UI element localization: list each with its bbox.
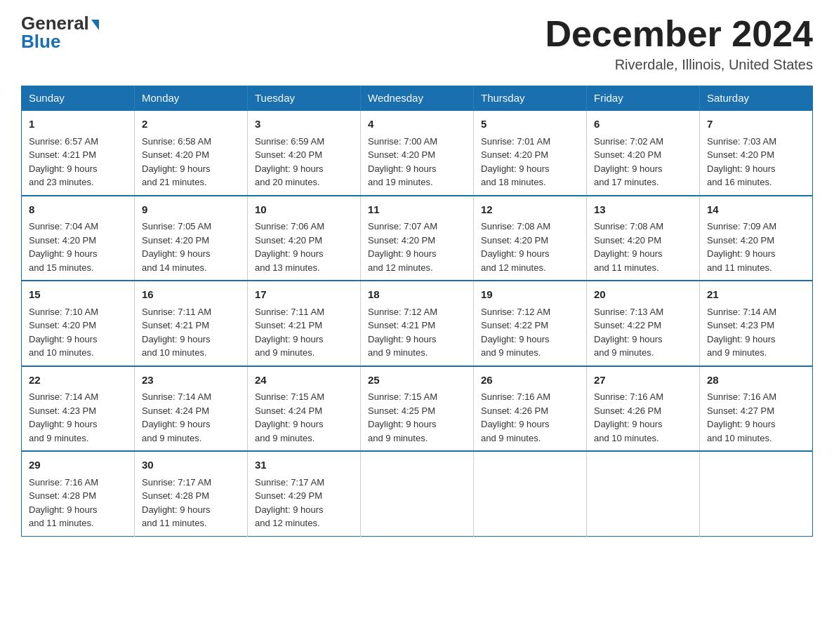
calendar-cell: 26Sunrise: 7:16 AMSunset: 4:26 PMDayligh…: [474, 366, 587, 452]
daylight-minutes-text: and 10 minutes.: [707, 433, 772, 443]
sunrise-text: Sunrise: 7:16 AM: [481, 391, 550, 402]
calendar-cell: 18Sunrise: 7:12 AMSunset: 4:21 PMDayligh…: [361, 281, 474, 366]
daylight-minutes-text: and 17 minutes.: [594, 177, 659, 187]
day-number: 21: [707, 287, 805, 303]
calendar-cell: 4Sunrise: 7:00 AMSunset: 4:20 PMDaylight…: [361, 110, 474, 196]
sunrise-text: Sunrise: 7:14 AM: [142, 391, 211, 402]
sunrise-text: Sunrise: 6:59 AM: [255, 136, 324, 147]
daylight-text: Daylight: 9 hours: [594, 334, 663, 344]
calendar-row-4: 22Sunrise: 7:14 AMSunset: 4:23 PMDayligh…: [22, 366, 813, 452]
calendar-cell: 22Sunrise: 7:14 AMSunset: 4:23 PMDayligh…: [22, 366, 135, 452]
daylight-minutes-text: and 12 minutes.: [255, 518, 320, 528]
calendar-header: Sunday Monday Tuesday Wednesday Thursday…: [22, 86, 813, 111]
day-number: 25: [368, 373, 466, 389]
day-number: 29: [29, 457, 127, 474]
calendar-cell: 10Sunrise: 7:06 AMSunset: 4:20 PMDayligh…: [248, 196, 361, 281]
sunset-text: Sunset: 4:26 PM: [594, 405, 661, 416]
day-number: 12: [481, 202, 579, 218]
calendar-cell: 28Sunrise: 7:16 AMSunset: 4:27 PMDayligh…: [700, 366, 813, 452]
sunrise-text: Sunrise: 7:03 AM: [707, 136, 776, 147]
sunrise-text: Sunrise: 7:00 AM: [368, 136, 437, 147]
day-number: 7: [707, 116, 805, 133]
sunrise-text: Sunrise: 7:14 AM: [29, 391, 98, 402]
day-number: 10: [255, 202, 353, 218]
daylight-minutes-text: and 9 minutes.: [142, 433, 201, 443]
calendar-cell: 16Sunrise: 7:11 AMSunset: 4:21 PMDayligh…: [135, 281, 248, 366]
day-number: 26: [481, 373, 579, 389]
daylight-minutes-text: and 10 minutes.: [594, 433, 659, 443]
sunrise-text: Sunrise: 7:04 AM: [29, 221, 98, 232]
calendar-row-2: 8Sunrise: 7:04 AMSunset: 4:20 PMDaylight…: [22, 196, 813, 281]
daylight-minutes-text: and 13 minutes.: [255, 262, 320, 273]
col-wednesday: Wednesday: [361, 86, 474, 111]
sunset-text: Sunset: 4:21 PM: [255, 320, 322, 330]
sunset-text: Sunset: 4:26 PM: [481, 405, 548, 416]
daylight-text: Daylight: 9 hours: [707, 163, 776, 174]
sunset-text: Sunset: 4:20 PM: [368, 149, 435, 160]
sunrise-text: Sunrise: 7:14 AM: [707, 307, 776, 317]
sunset-text: Sunset: 4:20 PM: [255, 235, 322, 246]
daylight-minutes-text: and 21 minutes.: [142, 177, 207, 187]
sunrise-text: Sunrise: 7:12 AM: [481, 307, 550, 317]
sunrise-text: Sunrise: 7:09 AM: [707, 221, 776, 232]
day-number: 15: [29, 287, 127, 303]
daylight-text: Daylight: 9 hours: [594, 419, 663, 429]
col-saturday: Saturday: [700, 86, 813, 111]
sunset-text: Sunset: 4:20 PM: [481, 235, 548, 246]
daylight-minutes-text: and 9 minutes.: [594, 347, 654, 358]
calendar-cell: 31Sunrise: 7:17 AMSunset: 4:29 PMDayligh…: [248, 451, 361, 536]
day-number: 19: [481, 287, 579, 303]
daylight-text: Daylight: 9 hours: [481, 248, 550, 259]
calendar-cell: 20Sunrise: 7:13 AMSunset: 4:22 PMDayligh…: [587, 281, 700, 366]
daylight-minutes-text: and 14 minutes.: [142, 262, 207, 273]
sunrise-text: Sunrise: 7:15 AM: [368, 391, 437, 402]
daylight-text: Daylight: 9 hours: [142, 334, 211, 344]
title-block: December 2024 Riverdale, Illinois, Unite…: [545, 14, 813, 73]
daylight-text: Daylight: 9 hours: [29, 419, 98, 429]
sunrise-text: Sunrise: 7:17 AM: [142, 477, 211, 488]
sunrise-text: Sunrise: 7:01 AM: [481, 136, 550, 147]
calendar-cell: 25Sunrise: 7:15 AMSunset: 4:25 PMDayligh…: [361, 366, 474, 452]
sunset-text: Sunset: 4:20 PM: [368, 235, 435, 246]
daylight-minutes-text: and 12 minutes.: [481, 262, 546, 273]
daylight-minutes-text: and 10 minutes.: [29, 347, 94, 358]
sunset-text: Sunset: 4:21 PM: [29, 149, 96, 160]
day-number: 28: [707, 373, 805, 389]
daylight-text: Daylight: 9 hours: [368, 334, 437, 344]
daylight-text: Daylight: 9 hours: [255, 419, 324, 429]
sunset-text: Sunset: 4:27 PM: [707, 405, 774, 416]
days-of-week-row: Sunday Monday Tuesday Wednesday Thursday…: [22, 86, 813, 111]
sunrise-text: Sunrise: 7:16 AM: [29, 477, 98, 488]
day-number: 9: [142, 202, 240, 218]
daylight-text: Daylight: 9 hours: [29, 334, 98, 344]
daylight-minutes-text: and 18 minutes.: [481, 177, 546, 187]
calendar-cell: 7Sunrise: 7:03 AMSunset: 4:20 PMDaylight…: [700, 110, 813, 196]
calendar-cell: 12Sunrise: 7:08 AMSunset: 4:20 PMDayligh…: [474, 196, 587, 281]
daylight-minutes-text: and 9 minutes.: [255, 347, 315, 358]
daylight-minutes-text: and 19 minutes.: [368, 177, 433, 187]
sunrise-text: Sunrise: 7:16 AM: [707, 391, 776, 402]
daylight-text: Daylight: 9 hours: [29, 163, 98, 174]
page-header: General Blue December 2024 Riverdale, Il…: [21, 14, 813, 73]
sunset-text: Sunset: 4:20 PM: [707, 235, 774, 246]
daylight-text: Daylight: 9 hours: [255, 334, 324, 344]
sunset-text: Sunset: 4:20 PM: [255, 149, 322, 160]
calendar-cell: 11Sunrise: 7:07 AMSunset: 4:20 PMDayligh…: [361, 196, 474, 281]
calendar-cell: 6Sunrise: 7:02 AMSunset: 4:20 PMDaylight…: [587, 110, 700, 196]
day-number: 2: [142, 116, 240, 133]
logo: General Blue: [21, 14, 99, 51]
sunset-text: Sunset: 4:20 PM: [142, 149, 209, 160]
daylight-text: Daylight: 9 hours: [481, 334, 550, 344]
day-number: 6: [594, 116, 692, 133]
calendar-cell: 23Sunrise: 7:14 AMSunset: 4:24 PMDayligh…: [135, 366, 248, 452]
daylight-minutes-text: and 20 minutes.: [255, 177, 320, 187]
col-monday: Monday: [135, 86, 248, 111]
logo-general-text: General: [21, 14, 89, 32]
col-sunday: Sunday: [22, 86, 135, 111]
daylight-minutes-text: and 9 minutes.: [255, 433, 315, 443]
col-tuesday: Tuesday: [248, 86, 361, 111]
daylight-minutes-text: and 12 minutes.: [368, 262, 433, 273]
sunrise-text: Sunrise: 7:10 AM: [29, 307, 98, 317]
daylight-text: Daylight: 9 hours: [255, 163, 324, 174]
sunset-text: Sunset: 4:23 PM: [29, 405, 96, 416]
